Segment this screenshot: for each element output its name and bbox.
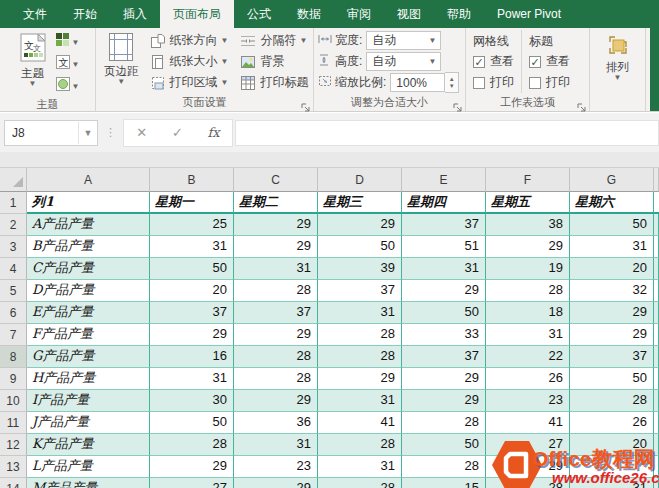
cell-B2[interactable]: 25 bbox=[150, 214, 234, 236]
tab-帮助[interactable]: 帮助 bbox=[434, 0, 484, 28]
cell-G3[interactable]: 31 bbox=[570, 236, 654, 258]
cell-C13[interactable]: 23 bbox=[234, 456, 318, 478]
cell-F2[interactable]: 38 bbox=[486, 214, 570, 236]
cell-B7[interactable]: 29 bbox=[150, 324, 234, 346]
cell-F12[interactable]: 27 bbox=[486, 434, 570, 456]
cell-D4[interactable]: 39 bbox=[318, 258, 402, 280]
row-header-7[interactable]: 7 bbox=[0, 324, 27, 346]
row-header-2[interactable]: 2 bbox=[0, 214, 27, 236]
cell-C4[interactable]: 31 bbox=[234, 258, 318, 280]
cell-G9[interactable]: 50 bbox=[570, 368, 654, 390]
cell-B4[interactable]: 50 bbox=[150, 258, 234, 280]
cell-A8[interactable]: G产品产量 bbox=[27, 346, 150, 368]
cancel-icon[interactable]: ✕ bbox=[136, 125, 147, 140]
cell-F1[interactable]: 星期五 bbox=[486, 192, 570, 214]
theme-fonts-button[interactable]: 文 ▼ bbox=[54, 53, 82, 75]
cell-D13[interactable]: 31 bbox=[318, 456, 402, 478]
cell-F8[interactable]: 22 bbox=[486, 346, 570, 368]
row-header-3[interactable]: 3 bbox=[0, 236, 27, 258]
cell-C5[interactable]: 28 bbox=[234, 280, 318, 302]
cell-F10[interactable]: 23 bbox=[486, 390, 570, 412]
cell-D5[interactable]: 37 bbox=[318, 280, 402, 302]
print-titles-button[interactable]: 打印标题 bbox=[237, 72, 311, 93]
cell-B1[interactable]: 星期一 bbox=[150, 192, 234, 214]
cell-G2[interactable]: 50 bbox=[570, 214, 654, 236]
tab-数据[interactable]: 数据 bbox=[284, 0, 334, 28]
cell-D12[interactable]: 28 bbox=[318, 434, 402, 456]
cell-G13[interactable] bbox=[570, 456, 654, 478]
cell-F4[interactable]: 19 bbox=[486, 258, 570, 280]
row-header-13[interactable]: 13 bbox=[0, 456, 27, 478]
cell-D8[interactable]: 28 bbox=[318, 346, 402, 368]
cell-C1[interactable]: 星期二 bbox=[234, 192, 318, 214]
scale-spinner[interactable]: ▲▼ bbox=[445, 72, 459, 93]
cell-E1[interactable]: 星期四 bbox=[402, 192, 486, 214]
cell-A2[interactable]: A产品产量 bbox=[27, 214, 150, 236]
cell-E3[interactable]: 51 bbox=[402, 236, 486, 258]
cell-C3[interactable]: 29 bbox=[234, 236, 318, 258]
tab-开始[interactable]: 开始 bbox=[60, 0, 110, 28]
cell-D10[interactable]: 31 bbox=[318, 390, 402, 412]
cell-B11[interactable]: 50 bbox=[150, 412, 234, 434]
name-box[interactable]: J8 ▼ bbox=[4, 120, 98, 146]
cell-D14[interactable]: 28 bbox=[318, 478, 402, 488]
cell-B12[interactable]: 28 bbox=[150, 434, 234, 456]
row-header-14[interactable]: 14 bbox=[0, 478, 27, 488]
dialog-launcher-icon[interactable] bbox=[301, 99, 311, 109]
row-header-8[interactable]: 8 bbox=[0, 346, 27, 368]
tab-审阅[interactable]: 审阅 bbox=[334, 0, 384, 28]
orientation-button[interactable]: 纸张方向 ▼ bbox=[147, 30, 232, 51]
width-select[interactable]: 自动 ▼ bbox=[366, 31, 441, 50]
cell-C12[interactable]: 31 bbox=[234, 434, 318, 456]
arrange-button[interactable]: 排列 ▼ bbox=[601, 30, 635, 82]
cell-E7[interactable]: 33 bbox=[402, 324, 486, 346]
cell-B10[interactable]: 30 bbox=[150, 390, 234, 412]
cell-A14[interactable]: M产品产量 bbox=[27, 478, 150, 488]
cell-F13[interactable]: 29 bbox=[486, 456, 570, 478]
row-header-9[interactable]: 9 bbox=[0, 368, 27, 390]
cell-A12[interactable]: K产品产量 bbox=[27, 434, 150, 456]
cell-G8[interactable]: 37 bbox=[570, 346, 654, 368]
paper-size-button[interactable]: 纸张大小 ▼ bbox=[147, 51, 232, 72]
cell-D2[interactable]: 29 bbox=[318, 214, 402, 236]
cell-G4[interactable]: 20 bbox=[570, 258, 654, 280]
cell-G10[interactable]: 28 bbox=[570, 390, 654, 412]
headings-print-checkbox[interactable]: 打印 bbox=[529, 72, 570, 93]
row-header-5[interactable]: 5 bbox=[0, 280, 27, 302]
breaks-button[interactable]: 分隔符 ▼ bbox=[237, 30, 311, 51]
column-header-A[interactable]: A bbox=[27, 168, 150, 192]
gridlines-view-checkbox[interactable]: ✓ 查看 bbox=[473, 51, 514, 72]
tab-公式[interactable]: 公式 bbox=[234, 0, 284, 28]
cell-E8[interactable]: 37 bbox=[402, 346, 486, 368]
cell-B9[interactable]: 31 bbox=[150, 368, 234, 390]
tab-视图[interactable]: 视图 bbox=[384, 0, 434, 28]
tab-文件[interactable]: 文件 bbox=[10, 0, 60, 28]
column-header-D[interactable]: D bbox=[318, 168, 402, 192]
cell-C7[interactable]: 29 bbox=[234, 324, 318, 346]
cell-D3[interactable]: 50 bbox=[318, 236, 402, 258]
formula-input[interactable] bbox=[235, 120, 659, 146]
cell-A9[interactable]: H产品产量 bbox=[27, 368, 150, 390]
cell-B5[interactable]: 20 bbox=[150, 280, 234, 302]
cell-D11[interactable]: 41 bbox=[318, 412, 402, 434]
cell-C14[interactable]: 29 bbox=[234, 478, 318, 488]
cell-C10[interactable]: 29 bbox=[234, 390, 318, 412]
row-header-6[interactable]: 6 bbox=[0, 302, 27, 324]
cell-A1[interactable]: 列1 bbox=[27, 192, 150, 214]
cell-A13[interactable]: L产品产量 bbox=[27, 456, 150, 478]
cell-F6[interactable]: 18 bbox=[486, 302, 570, 324]
cell-F11[interactable]: 41 bbox=[486, 412, 570, 434]
column-header-E[interactable]: E bbox=[402, 168, 486, 192]
theme-colors-button[interactable]: ▼ bbox=[54, 31, 82, 53]
tab-页面布局[interactable]: 页面布局 bbox=[160, 0, 234, 28]
scale-input[interactable]: 100% bbox=[390, 73, 445, 92]
row-header-12[interactable]: 12 bbox=[0, 434, 27, 456]
cell-A10[interactable]: I产品产量 bbox=[27, 390, 150, 412]
cell-A4[interactable]: C产品产量 bbox=[27, 258, 150, 280]
cell-G14[interactable]: 31 bbox=[570, 478, 654, 488]
row-header-11[interactable]: 11 bbox=[0, 412, 27, 434]
row-header-10[interactable]: 10 bbox=[0, 390, 27, 412]
cell-C2[interactable]: 29 bbox=[234, 214, 318, 236]
cell-D7[interactable]: 28 bbox=[318, 324, 402, 346]
cell-A6[interactable]: E产品产量 bbox=[27, 302, 150, 324]
